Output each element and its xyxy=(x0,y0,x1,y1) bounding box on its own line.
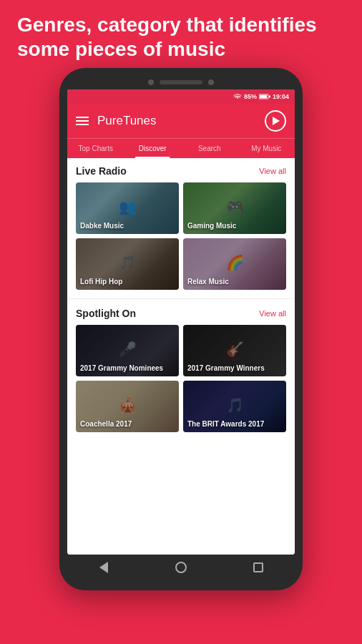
camera-dot xyxy=(148,79,154,85)
section-divider xyxy=(67,298,295,299)
svg-rect-2 xyxy=(269,96,270,98)
sensor-dot xyxy=(208,79,214,85)
card-label-coachella: Coachella 2017 xyxy=(80,420,132,428)
content-area: Live Radio View all Dabke Music Gaming M… xyxy=(67,158,295,555)
card-lofi-music[interactable]: Lofi Hip Hop xyxy=(76,238,179,290)
tab-my-music[interactable]: My Music xyxy=(238,139,295,158)
view-all-live-radio[interactable]: View all xyxy=(259,167,286,175)
card-label-brit: The BRIT Awards 2017 xyxy=(187,420,264,428)
live-radio-section: Live Radio View all Dabke Music Gaming M… xyxy=(67,158,295,297)
card-grammy-nominees[interactable]: 2017 Grammy Nominees xyxy=(76,325,179,376)
recent-icon xyxy=(253,562,263,572)
card-label-lofi: Lofi Hip Hop xyxy=(80,278,122,286)
svg-rect-1 xyxy=(260,95,267,98)
home-button[interactable] xyxy=(170,560,192,575)
battery-text: 85% xyxy=(244,93,257,100)
card-label-grammy-nominees: 2017 Grammy Nominees xyxy=(80,364,163,372)
app-header: PureTunes xyxy=(67,104,295,138)
spotlight-grid: 2017 Grammy Nominees 2017 Grammy Winners… xyxy=(76,325,286,432)
view-all-spotlight[interactable]: View all xyxy=(259,309,286,318)
card-dabke-music[interactable]: Dabke Music xyxy=(76,182,179,234)
tab-discover[interactable]: Discover xyxy=(124,139,182,158)
battery-icon xyxy=(259,94,270,99)
back-icon xyxy=(99,562,108,573)
home-icon xyxy=(175,562,187,573)
card-label-grammy-winners: 2017 Grammy Winners xyxy=(187,364,265,372)
status-icons: 85% 19:04 xyxy=(233,93,289,100)
nav-tabs: Top Charts Discover Search My Music xyxy=(67,138,295,158)
recent-apps-button[interactable] xyxy=(248,560,269,575)
card-label-dabke: Dabke Music xyxy=(80,222,124,230)
tab-search[interactable]: Search xyxy=(181,139,238,158)
card-label-gaming: Gaming Music xyxy=(187,222,236,230)
section-header-live-radio: Live Radio View all xyxy=(76,165,286,177)
play-button[interactable] xyxy=(265,110,286,132)
phone-top-bar xyxy=(65,77,297,89)
card-relax-music[interactable]: Relax Music xyxy=(183,238,286,290)
card-label-relax: Relax Music xyxy=(187,278,229,286)
section-header-spotlight: Spotlight On View all xyxy=(76,308,286,319)
tab-top-charts[interactable]: Top Charts xyxy=(67,139,124,158)
phone-screen: 85% 19:04 PureTunes Top Ch xyxy=(67,89,295,555)
play-icon xyxy=(273,117,280,125)
section-title-live-radio: Live Radio xyxy=(76,165,127,177)
spotlight-section: Spotlight On View all 2017 Grammy Nomine… xyxy=(67,301,295,439)
speaker-bar xyxy=(160,80,202,84)
headline: Genres, category that identifies some pi… xyxy=(0,0,362,68)
app-title: PureTunes xyxy=(97,114,265,128)
card-grammy-winners[interactable]: 2017 Grammy Winners xyxy=(183,325,286,376)
phone-frame: 85% 19:04 PureTunes Top Ch xyxy=(59,68,303,590)
card-coachella[interactable]: Coachella 2017 xyxy=(76,381,179,432)
section-title-spotlight: Spotlight On xyxy=(76,308,136,319)
status-bar: 85% 19:04 xyxy=(67,89,295,104)
live-radio-grid: Dabke Music Gaming Music Lofi Hip Hop xyxy=(76,182,286,290)
time-text: 19:04 xyxy=(273,93,289,100)
wifi-icon xyxy=(233,93,242,100)
card-brit-awards[interactable]: The BRIT Awards 2017 xyxy=(183,381,286,432)
phone-nav-bar xyxy=(65,555,297,577)
card-gaming-music[interactable]: Gaming Music xyxy=(183,182,286,234)
back-button[interactable] xyxy=(93,560,114,575)
menu-button[interactable] xyxy=(76,117,89,125)
